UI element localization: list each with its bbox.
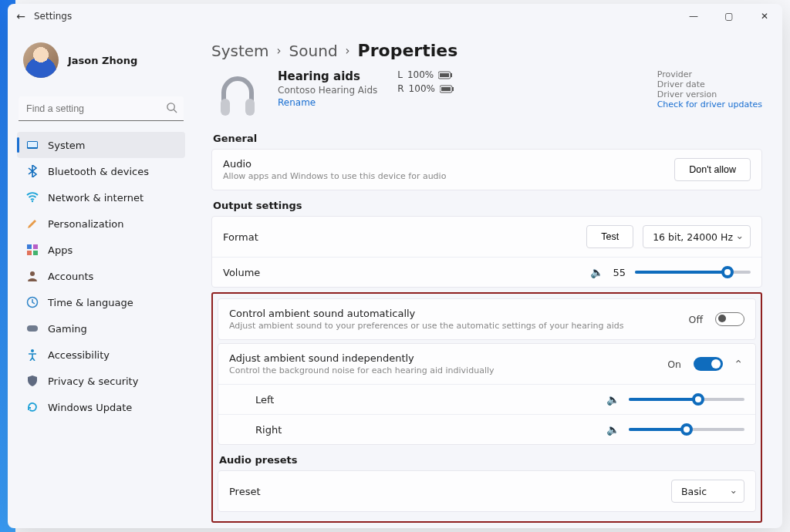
- ambient-right-slider[interactable]: [629, 428, 744, 431]
- speaker-icon[interactable]: 🔈: [590, 266, 603, 278]
- search-input[interactable]: [19, 96, 184, 121]
- volume-value: 55: [613, 267, 626, 278]
- ambient-indep-row[interactable]: Adjust ambient sound independently Contr…: [218, 344, 755, 384]
- battery-icon: [440, 85, 455, 93]
- sidebar-item-label: Network & internet: [48, 192, 143, 204]
- minimize-button[interactable]: —: [676, 4, 711, 29]
- check-driver-updates-link[interactable]: Check for driver updates: [657, 99, 762, 109]
- ambient-indep-state: On: [667, 359, 681, 370]
- speaker-icon[interactable]: 🔈: [606, 393, 620, 406]
- sidebar-item-label: Windows Update: [48, 402, 132, 413]
- device-name: Hearing aids: [278, 69, 377, 83]
- ambient-left-slider[interactable]: [629, 398, 744, 401]
- ambient-auto-row[interactable]: Control ambient sound automatically Adju…: [218, 299, 755, 339]
- audio-row[interactable]: Audio Allow apps and Windows to use this…: [212, 150, 761, 190]
- sidebar-item-update[interactable]: Windows Update: [17, 394, 185, 420]
- driver-date-label: Driver date: [657, 79, 762, 89]
- svg-line-1: [174, 109, 177, 113]
- format-row[interactable]: Format Test 16 bit, 24000 Hz: [212, 217, 761, 257]
- person-icon: [26, 270, 39, 282]
- battery-levels: L 100% R 100%: [397, 69, 455, 97]
- breadcrumb: System › Sound › Properties: [211, 35, 762, 69]
- section-presets: Audio presets: [219, 454, 756, 466]
- nav: System Bluetooth & devices Network & int…: [17, 132, 185, 420]
- ambient-right-label: Right: [255, 424, 597, 436]
- sidebar-item-bluetooth[interactable]: Bluetooth & devices: [17, 158, 185, 184]
- preset-value: Basic: [681, 486, 707, 497]
- ambient-left-label: Left: [255, 394, 597, 406]
- clock-icon: [26, 296, 39, 308]
- sidebar-item-label: Time & language: [48, 297, 133, 308]
- ambient-indep-toggle[interactable]: [694, 357, 723, 371]
- dont-allow-button[interactable]: Don't allow: [674, 158, 751, 181]
- svg-rect-6: [33, 244, 38, 249]
- sidebar-item-label: Personalization: [48, 218, 124, 230]
- gaming-icon: [26, 322, 39, 335]
- update-icon: [26, 401, 39, 413]
- apps-icon: [26, 244, 39, 256]
- chevron-up-icon[interactable]: ⌃: [732, 358, 744, 370]
- volume-slider[interactable]: [635, 271, 751, 274]
- format-title: Format: [223, 231, 577, 243]
- ambient-auto-state: Off: [689, 314, 703, 325]
- main-content: System › Sound › Properties Hearing aids…: [194, 29, 782, 528]
- sidebar-item-label: Gaming: [48, 323, 87, 335]
- sidebar-item-system[interactable]: System: [17, 132, 185, 158]
- profile[interactable]: Jason Zhong: [17, 29, 185, 95]
- svg-rect-13: [221, 99, 230, 116]
- page-title: Properties: [358, 41, 458, 60]
- breadcrumb-system[interactable]: System: [211, 42, 269, 60]
- window-title: Settings: [34, 11, 72, 22]
- svg-point-9: [30, 271, 35, 276]
- sidebar-item-accessibility[interactable]: Accessibility: [17, 342, 185, 368]
- headphones-icon: [211, 69, 264, 122]
- ambient-auto-toggle[interactable]: [715, 312, 744, 326]
- battery-left-label: L: [397, 69, 403, 80]
- sidebar-item-accounts[interactable]: Accounts: [17, 263, 185, 289]
- sidebar-item-time[interactable]: Time & language: [17, 289, 185, 315]
- titlebar: ← Settings — ▢ ✕: [8, 4, 782, 29]
- speaker-icon[interactable]: 🔈: [606, 423, 620, 436]
- driver-version-label: Driver version: [657, 89, 762, 99]
- sidebar-item-label: Accessibility: [48, 349, 110, 361]
- sidebar-item-label: Accounts: [48, 271, 93, 282]
- section-general: General: [213, 133, 762, 144]
- rename-link[interactable]: Rename: [278, 97, 377, 108]
- sidebar: Jason Zhong System Bluetooth & devices: [8, 29, 194, 528]
- provider-info: Provider Driver date Driver version Chec…: [657, 69, 762, 109]
- sidebar-item-privacy[interactable]: Privacy & security: [17, 368, 185, 394]
- svg-rect-14: [245, 99, 255, 116]
- preset-dropdown[interactable]: Basic: [671, 480, 744, 503]
- battery-right-label: R: [397, 83, 403, 94]
- device-header: Hearing aids Contoso Hearing Aids Rename…: [211, 69, 762, 122]
- preset-row[interactable]: Preset Basic: [218, 471, 755, 511]
- accessibility-icon: [26, 348, 39, 361]
- svg-rect-19: [452, 87, 454, 91]
- provider-label: Provider: [657, 69, 762, 79]
- format-dropdown[interactable]: 16 bit, 24000 Hz: [643, 225, 751, 248]
- brush-icon: [26, 217, 39, 230]
- close-button[interactable]: ✕: [747, 4, 782, 29]
- back-button[interactable]: ←: [8, 10, 34, 22]
- breadcrumb-sound[interactable]: Sound: [289, 42, 338, 60]
- sidebar-item-label: Bluetooth & devices: [48, 166, 149, 177]
- sidebar-item-label: Apps: [48, 244, 73, 256]
- battery-icon: [438, 71, 454, 79]
- svg-rect-3: [28, 142, 37, 147]
- maximize-button[interactable]: ▢: [711, 4, 747, 29]
- test-button[interactable]: Test: [586, 225, 633, 248]
- ambient-right-row: Right 🔈: [218, 414, 755, 444]
- svg-point-0: [167, 103, 174, 110]
- preset-title: Preset: [229, 486, 662, 497]
- avatar: [23, 42, 59, 78]
- sidebar-item-apps[interactable]: Apps: [17, 237, 185, 263]
- sidebar-item-personalization[interactable]: Personalization: [17, 210, 185, 237]
- sidebar-item-network[interactable]: Network & internet: [17, 184, 185, 210]
- chevron-right-icon: ›: [346, 44, 350, 58]
- wifi-icon: [26, 191, 39, 204]
- ambient-left-row: Left 🔈: [218, 384, 755, 414]
- settings-window: ← Settings — ▢ ✕ Jason Zhong Sy: [8, 4, 782, 528]
- volume-title: Volume: [223, 267, 581, 278]
- chevron-right-icon: ›: [277, 44, 282, 58]
- sidebar-item-gaming[interactable]: Gaming: [17, 315, 185, 342]
